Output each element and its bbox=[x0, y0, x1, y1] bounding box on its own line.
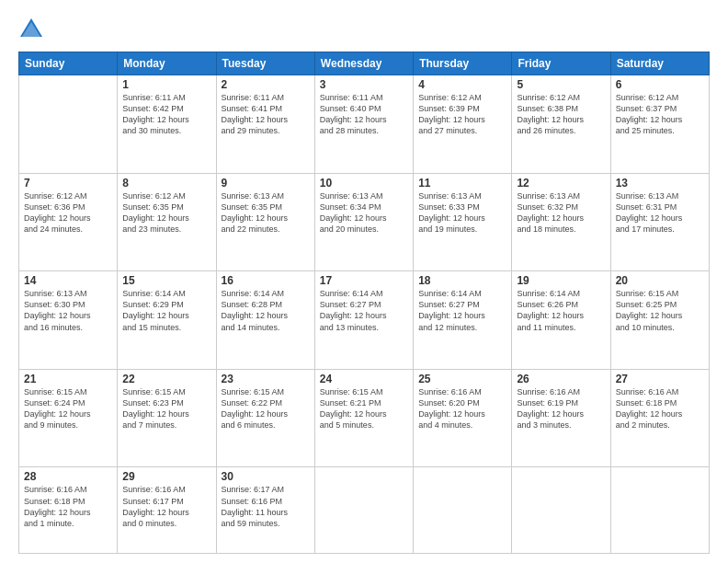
day-number: 1 bbox=[122, 78, 210, 91]
day-info: Sunrise: 6:15 AM Sunset: 6:24 PM Dayligh… bbox=[24, 386, 112, 431]
calendar-week-row: 1Sunrise: 6:11 AM Sunset: 6:42 PM Daylig… bbox=[19, 75, 710, 174]
day-info: Sunrise: 6:14 AM Sunset: 6:27 PM Dayligh… bbox=[320, 288, 408, 333]
calendar-week-row: 7Sunrise: 6:12 AM Sunset: 6:36 PM Daylig… bbox=[19, 173, 710, 271]
calendar-cell: 13Sunrise: 6:13 AM Sunset: 6:31 PM Dayli… bbox=[610, 173, 709, 271]
day-number: 9 bbox=[222, 177, 310, 190]
day-info: Sunrise: 6:13 AM Sunset: 6:35 PM Dayligh… bbox=[222, 190, 310, 236]
calendar-cell: 1Sunrise: 6:11 AM Sunset: 6:42 PM Daylig… bbox=[118, 75, 216, 174]
weekday-header-friday: Friday bbox=[512, 52, 610, 75]
day-info: Sunrise: 6:17 AM Sunset: 6:16 PM Dayligh… bbox=[222, 484, 310, 529]
day-info: Sunrise: 6:13 AM Sunset: 6:32 PM Dayligh… bbox=[517, 190, 605, 236]
day-info: Sunrise: 6:12 AM Sunset: 6:35 PM Dayligh… bbox=[122, 190, 210, 236]
day-info: Sunrise: 6:12 AM Sunset: 6:39 PM Dayligh… bbox=[418, 92, 506, 137]
day-info: Sunrise: 6:12 AM Sunset: 6:38 PM Dayligh… bbox=[517, 92, 605, 137]
weekday-header-wednesday: Wednesday bbox=[314, 52, 413, 75]
calendar-cell: 30Sunrise: 6:17 AM Sunset: 6:16 PM Dayli… bbox=[216, 467, 314, 554]
calendar-cell: 3Sunrise: 6:11 AM Sunset: 6:40 PM Daylig… bbox=[314, 75, 413, 174]
logo-icon bbox=[18, 17, 44, 42]
weekday-header-thursday: Thursday bbox=[414, 52, 512, 75]
calendar-week-row: 21Sunrise: 6:15 AM Sunset: 6:24 PM Dayli… bbox=[19, 369, 710, 467]
calendar-cell: 29Sunrise: 6:16 AM Sunset: 6:17 PM Dayli… bbox=[118, 467, 216, 554]
day-info: Sunrise: 6:15 AM Sunset: 6:22 PM Dayligh… bbox=[222, 386, 310, 431]
day-number: 12 bbox=[517, 177, 605, 190]
day-number: 23 bbox=[222, 373, 310, 385]
day-info: Sunrise: 6:12 AM Sunset: 6:36 PM Dayligh… bbox=[24, 190, 112, 236]
calendar-cell: 26Sunrise: 6:16 AM Sunset: 6:19 PM Dayli… bbox=[512, 369, 610, 467]
calendar-cell: 14Sunrise: 6:13 AM Sunset: 6:30 PM Dayli… bbox=[19, 271, 118, 370]
day-info: Sunrise: 6:11 AM Sunset: 6:40 PM Dayligh… bbox=[320, 92, 408, 137]
day-info: Sunrise: 6:13 AM Sunset: 6:30 PM Dayligh… bbox=[24, 288, 112, 333]
calendar-cell: 23Sunrise: 6:15 AM Sunset: 6:22 PM Dayli… bbox=[216, 369, 314, 467]
day-number: 19 bbox=[517, 274, 605, 287]
day-number: 22 bbox=[122, 373, 210, 385]
day-number: 29 bbox=[122, 470, 210, 483]
calendar-cell: 7Sunrise: 6:12 AM Sunset: 6:36 PM Daylig… bbox=[19, 173, 118, 271]
calendar-cell: 28Sunrise: 6:16 AM Sunset: 6:18 PM Dayli… bbox=[19, 467, 118, 554]
day-number: 28 bbox=[24, 470, 112, 483]
day-number: 4 bbox=[418, 78, 506, 91]
calendar-table: SundayMondayTuesdayWednesdayThursdayFrid… bbox=[18, 52, 710, 554]
calendar-cell: 21Sunrise: 6:15 AM Sunset: 6:24 PM Dayli… bbox=[19, 369, 118, 467]
logo bbox=[18, 17, 48, 42]
calendar-week-row: 14Sunrise: 6:13 AM Sunset: 6:30 PM Dayli… bbox=[19, 271, 710, 370]
day-number: 5 bbox=[517, 78, 605, 91]
calendar-cell bbox=[610, 467, 709, 554]
calendar-cell: 18Sunrise: 6:14 AM Sunset: 6:27 PM Dayli… bbox=[414, 271, 512, 370]
calendar-cell: 27Sunrise: 6:16 AM Sunset: 6:18 PM Dayli… bbox=[610, 369, 709, 467]
calendar-week-row: 28Sunrise: 6:16 AM Sunset: 6:18 PM Dayli… bbox=[19, 467, 710, 554]
day-number: 2 bbox=[222, 78, 310, 91]
day-info: Sunrise: 6:16 AM Sunset: 6:17 PM Dayligh… bbox=[122, 484, 210, 529]
day-info: Sunrise: 6:13 AM Sunset: 6:31 PM Dayligh… bbox=[616, 190, 704, 236]
day-info: Sunrise: 6:14 AM Sunset: 6:29 PM Dayligh… bbox=[122, 288, 210, 333]
day-number: 3 bbox=[320, 78, 408, 91]
day-number: 7 bbox=[24, 177, 112, 190]
day-info: Sunrise: 6:15 AM Sunset: 6:21 PM Dayligh… bbox=[320, 386, 408, 431]
day-number: 17 bbox=[320, 274, 408, 287]
calendar-cell bbox=[414, 467, 512, 554]
calendar-cell: 11Sunrise: 6:13 AM Sunset: 6:33 PM Dayli… bbox=[414, 173, 512, 271]
day-info: Sunrise: 6:14 AM Sunset: 6:26 PM Dayligh… bbox=[517, 288, 605, 333]
day-info: Sunrise: 6:13 AM Sunset: 6:33 PM Dayligh… bbox=[418, 190, 506, 236]
day-number: 24 bbox=[320, 373, 408, 385]
day-info: Sunrise: 6:15 AM Sunset: 6:25 PM Dayligh… bbox=[616, 288, 704, 333]
calendar-cell: 15Sunrise: 6:14 AM Sunset: 6:29 PM Dayli… bbox=[118, 271, 216, 370]
day-number: 16 bbox=[222, 274, 310, 287]
calendar-cell: 6Sunrise: 6:12 AM Sunset: 6:37 PM Daylig… bbox=[610, 75, 709, 174]
day-number: 14 bbox=[24, 274, 112, 287]
day-number: 30 bbox=[222, 470, 310, 483]
calendar-cell: 24Sunrise: 6:15 AM Sunset: 6:21 PM Dayli… bbox=[314, 369, 413, 467]
calendar-cell: 12Sunrise: 6:13 AM Sunset: 6:32 PM Dayli… bbox=[512, 173, 610, 271]
calendar-cell: 8Sunrise: 6:12 AM Sunset: 6:35 PM Daylig… bbox=[118, 173, 216, 271]
day-info: Sunrise: 6:16 AM Sunset: 6:18 PM Dayligh… bbox=[24, 484, 112, 529]
day-info: Sunrise: 6:14 AM Sunset: 6:27 PM Dayligh… bbox=[418, 288, 506, 333]
day-number: 18 bbox=[418, 274, 506, 287]
page-header bbox=[18, 17, 710, 42]
calendar-cell: 22Sunrise: 6:15 AM Sunset: 6:23 PM Dayli… bbox=[118, 369, 216, 467]
day-info: Sunrise: 6:16 AM Sunset: 6:20 PM Dayligh… bbox=[418, 386, 506, 431]
calendar-cell: 2Sunrise: 6:11 AM Sunset: 6:41 PM Daylig… bbox=[216, 75, 314, 174]
weekday-header-sunday: Sunday bbox=[19, 52, 118, 75]
calendar-cell: 19Sunrise: 6:14 AM Sunset: 6:26 PM Dayli… bbox=[512, 271, 610, 370]
calendar-cell: 9Sunrise: 6:13 AM Sunset: 6:35 PM Daylig… bbox=[216, 173, 314, 271]
day-number: 6 bbox=[616, 78, 704, 91]
weekday-header-monday: Monday bbox=[118, 52, 216, 75]
calendar-cell: 20Sunrise: 6:15 AM Sunset: 6:25 PM Dayli… bbox=[610, 271, 709, 370]
day-number: 20 bbox=[616, 274, 704, 287]
weekday-header-row: SundayMondayTuesdayWednesdayThursdayFrid… bbox=[19, 52, 710, 75]
day-info: Sunrise: 6:16 AM Sunset: 6:18 PM Dayligh… bbox=[616, 386, 704, 431]
day-number: 15 bbox=[122, 274, 210, 287]
day-info: Sunrise: 6:14 AM Sunset: 6:28 PM Dayligh… bbox=[222, 288, 310, 333]
day-info: Sunrise: 6:11 AM Sunset: 6:42 PM Dayligh… bbox=[122, 92, 210, 137]
day-info: Sunrise: 6:13 AM Sunset: 6:34 PM Dayligh… bbox=[320, 190, 408, 236]
calendar-cell: 10Sunrise: 6:13 AM Sunset: 6:34 PM Dayli… bbox=[314, 173, 413, 271]
day-number: 26 bbox=[517, 373, 605, 385]
calendar-cell bbox=[512, 467, 610, 554]
calendar-cell: 25Sunrise: 6:16 AM Sunset: 6:20 PM Dayli… bbox=[414, 369, 512, 467]
day-number: 8 bbox=[122, 177, 210, 190]
day-number: 21 bbox=[24, 373, 112, 385]
calendar-cell bbox=[19, 75, 118, 174]
weekday-header-tuesday: Tuesday bbox=[216, 52, 314, 75]
day-info: Sunrise: 6:11 AM Sunset: 6:41 PM Dayligh… bbox=[222, 92, 310, 137]
day-number: 10 bbox=[320, 177, 408, 190]
calendar-cell: 17Sunrise: 6:14 AM Sunset: 6:27 PM Dayli… bbox=[314, 271, 413, 370]
